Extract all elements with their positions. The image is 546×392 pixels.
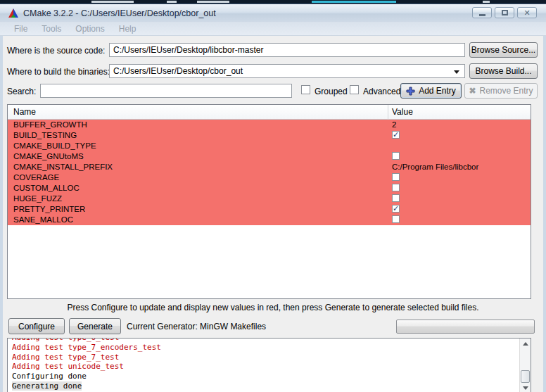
arrow-down-icon [523, 386, 528, 390]
generate-button[interactable]: Generate [69, 318, 121, 334]
current-generator-label: Current Generator: MinGW Makefiles [127, 322, 266, 331]
log-line: Adding test unicode_test [12, 362, 518, 372]
cache-entry-value[interactable]: 2 [392, 120, 528, 129]
menu-tools[interactable]: Tools [34, 24, 68, 34]
cmake-window: CMake 3.2.2 - C:/Users/IEUser/Desktop/cb… [0, 4, 546, 392]
cache-entry-name: PRETTY_PRINTER [13, 205, 85, 213]
value-checkbox-unchecked[interactable] [392, 194, 400, 202]
menu-options[interactable]: Options [68, 24, 111, 34]
table-rows: BUFFER_GROWTH 2 BUILD_TESTING CMAKE_BUIL… [8, 120, 531, 225]
log-line: Adding test type_7_test [12, 353, 518, 362]
log-content: Adding test type_6_testAdding test type_… [12, 338, 518, 392]
table-row[interactable]: SANE_MALLOC [8, 215, 531, 225]
cache-entry-value[interactable]: C:/Program Files/libcbor [392, 163, 528, 171]
cache-entry-value[interactable] [392, 131, 528, 139]
build-path-value: C:/Users/IEUser/Desktop/cbor_out [113, 66, 243, 76]
column-header-name[interactable]: Name [13, 107, 36, 117]
table-row[interactable]: PRETTY_PRINTER [8, 204, 531, 215]
advanced-label: Advanced [363, 87, 400, 96]
build-path-combobox[interactable]: C:/Users/IEUser/Desktop/cbor_out [109, 64, 465, 78]
value-checkbox-unchecked[interactable] [392, 184, 400, 191]
client-area: Where is the source code: Browse Source.… [3, 36, 543, 392]
chevron-down-icon[interactable] [454, 70, 459, 74]
plus-icon [406, 87, 415, 96]
value-checkbox-unchecked[interactable] [392, 152, 400, 160]
cmake-logo-icon [8, 8, 19, 19]
close-icon: ✕ [523, 9, 530, 17]
grouped-label: Grouped [315, 87, 348, 96]
cache-entry-name: CMAKE_INSTALL_PREFIX [13, 163, 113, 171]
output-log[interactable]: Adding test type_6_testAdding test type_… [7, 338, 531, 392]
cache-entry-name: BUILD_TESTING [13, 131, 77, 139]
add-entry-label: Add Entry [419, 86, 456, 96]
cache-entry-value[interactable] [392, 194, 528, 203]
grouped-checkbox[interactable] [301, 85, 310, 94]
cache-entry-value[interactable] [392, 173, 528, 182]
maximize-button[interactable] [495, 7, 514, 18]
x-icon: ✖ [469, 86, 476, 96]
progress-bar [396, 320, 535, 334]
table-row[interactable]: BUILD_TESTING [8, 130, 531, 141]
browse-source-button[interactable]: Browse Source... [469, 42, 538, 58]
menu-file[interactable]: File [7, 24, 34, 34]
cache-entry-name: SANE_MALLOC [13, 215, 73, 224]
cache-entry-name: COVERAGE [13, 173, 59, 182]
log-line: Generating done [12, 381, 518, 391]
log-line: Adding test type_7_encoders_test [12, 343, 518, 353]
cache-entry-name: CUSTOM_ALLOC [13, 184, 80, 192]
cache-variables-table: Name Value BUFFER_GROWTH 2 BUILD_TESTING… [7, 104, 531, 299]
configure-hint-text: Press Configure to update and display ne… [3, 303, 543, 312]
advanced-checkbox[interactable] [350, 85, 359, 94]
configure-button[interactable]: Configure [8, 318, 65, 334]
column-divider[interactable] [388, 105, 388, 120]
table-row[interactable]: BUFFER_GROWTH 2 [8, 120, 531, 130]
cache-entry-name: CMAKE_GNUtoMS [13, 152, 84, 160]
cache-entry-value[interactable] [392, 152, 528, 160]
minimize-icon [479, 14, 485, 16]
cache-entry-value[interactable] [392, 215, 528, 224]
search-label: Search: [7, 87, 36, 96]
minimize-button[interactable] [472, 7, 492, 18]
add-entry-button[interactable]: Add Entry [400, 83, 462, 99]
remove-entry-button[interactable]: ✖ Remove Entry [464, 83, 538, 99]
close-button[interactable]: ✕ [517, 7, 537, 18]
column-header-value[interactable]: Value [392, 107, 413, 117]
log-line: Adding test type_6_test [12, 338, 518, 343]
table-row[interactable]: CMAKE_GNUtoMS [8, 151, 531, 162]
maximize-icon [502, 10, 508, 15]
cache-entry-name: CMAKE_BUILD_TYPE [13, 141, 96, 150]
table-row[interactable]: COVERAGE [8, 172, 531, 183]
value-checkbox-unchecked[interactable] [392, 173, 400, 181]
table-row[interactable]: CMAKE_BUILD_TYPE [8, 141, 531, 151]
screen: CMake 3.2.2 - C:/Users/IEUser/Desktop/cb… [0, 0, 546, 392]
build-binaries-label: Where to build the binaries: [7, 67, 110, 77]
cache-entry-value[interactable] [392, 205, 528, 213]
menu-bar: File Tools Options Help [0, 22, 546, 36]
table-row[interactable]: HUGE_FUZZ [8, 194, 531, 204]
value-checkbox-checked[interactable] [392, 205, 400, 213]
scroll-down-button[interactable] [520, 383, 531, 392]
log-line: Configuring done [12, 372, 518, 381]
table-row[interactable]: CMAKE_INSTALL_PREFIX C:/Program Files/li… [8, 162, 531, 172]
table-header[interactable]: Name Value [8, 105, 531, 120]
scrollbar-thumb[interactable] [521, 370, 530, 383]
source-path-input[interactable] [109, 43, 465, 57]
cache-entry-name: HUGE_FUZZ [13, 194, 62, 203]
cache-entry-value[interactable] [392, 184, 528, 192]
value-checkbox-unchecked[interactable] [392, 215, 400, 223]
value-checkbox-checked[interactable] [392, 131, 400, 139]
cache-entry-name: BUFFER_GROWTH [13, 120, 87, 129]
title-bar: CMake 3.2.2 - C:/Users/IEUser/Desktop/cb… [0, 4, 546, 22]
window-title: CMake 3.2.2 - C:/Users/IEUser/Desktop/cb… [23, 8, 216, 18]
search-input[interactable] [40, 84, 292, 98]
scroll-up-button[interactable] [520, 339, 531, 349]
arrow-up-icon [523, 342, 528, 346]
table-row[interactable]: CUSTOM_ALLOC [8, 183, 531, 194]
log-scrollbar[interactable] [519, 339, 531, 392]
browse-build-button[interactable]: Browse Build... [469, 63, 538, 79]
source-code-label: Where is the source code: [7, 46, 105, 56]
remove-entry-label: Remove Entry [480, 86, 533, 96]
menu-help[interactable]: Help [112, 24, 144, 34]
